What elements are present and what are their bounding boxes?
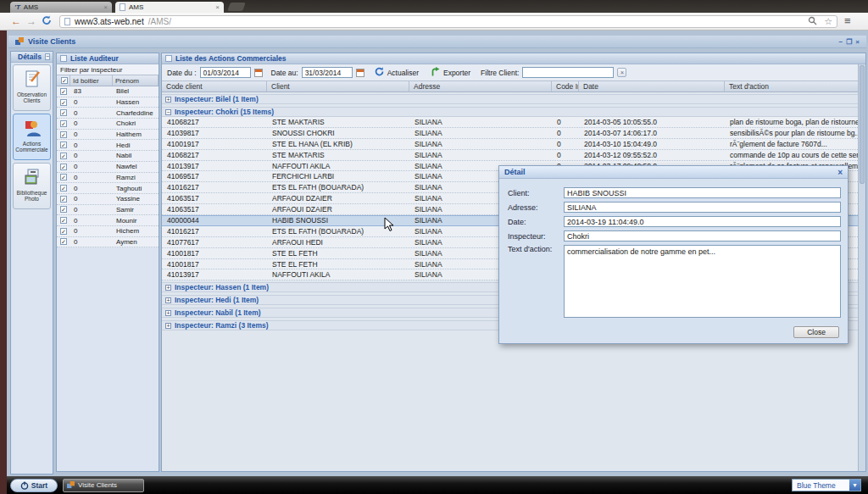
row-checkbox[interactable]: ✓: [57, 174, 70, 180]
auditor-row[interactable]: ✓0Nabil: [57, 151, 159, 162]
minimize-icon[interactable]: −: [838, 38, 843, 46]
refresh-icon[interactable]: [39, 15, 54, 28]
new-tab-button[interactable]: [227, 3, 246, 11]
close-icon[interactable]: ×: [855, 38, 860, 46]
cell-client: STE MAKTARIS: [267, 151, 409, 159]
auditor-row[interactable]: ✓0Chokri: [57, 119, 159, 130]
group-header-row[interactable]: +Inspecteur: Bilel (1 Item): [162, 94, 858, 104]
auditor-row[interactable]: ✓0Hedi: [57, 140, 159, 151]
sidebar-item-observation-clients[interactable]: ObservationClients: [13, 64, 51, 111]
date-to-input[interactable]: [302, 67, 353, 78]
expand-group-icon[interactable]: +: [165, 323, 171, 329]
expand-group-icon[interactable]: +: [165, 310, 171, 316]
browser-menu-icon[interactable]: ≡: [844, 17, 851, 25]
auditor-row[interactable]: ✓0Mounir: [57, 215, 159, 226]
auditor-row[interactable]: ✓0Ramzi: [57, 173, 159, 184]
restore-icon[interactable]: ❐: [846, 38, 852, 46]
cell-client: STE MAKTARIS: [267, 118, 409, 126]
adresse-field[interactable]: [564, 202, 841, 213]
forward-icon[interactable]: →: [24, 15, 39, 27]
row-checkbox[interactable]: ✓: [57, 99, 70, 106]
refresh-action-icon[interactable]: [375, 67, 384, 78]
expand-group-icon[interactable]: +: [165, 297, 171, 303]
refresh-button[interactable]: Actualiser: [387, 69, 419, 77]
table-row[interactable]: 41001917STE EL HANA (EL KRIB)SILIANA0201…: [162, 139, 858, 150]
clear-filter-icon[interactable]: ×: [617, 68, 626, 77]
calendar-icon[interactable]: [254, 69, 263, 77]
column-header[interactable]: Client: [267, 81, 409, 92]
row-checkbox[interactable]: ✓: [57, 217, 70, 224]
auditor-row[interactable]: ✓0Taghouti: [57, 183, 159, 194]
dialog-titlebar[interactable]: Détail ×: [499, 166, 848, 179]
back-icon[interactable]: ←: [8, 15, 24, 27]
filter-client-input[interactable]: [522, 67, 614, 78]
row-checkbox[interactable]: ✓: [57, 185, 70, 191]
calendar-icon[interactable]: [356, 69, 364, 77]
bookmark-star-icon[interactable]: ☆: [824, 17, 832, 25]
row-checkbox[interactable]: ✓: [57, 153, 70, 159]
date-from-input[interactable]: [200, 67, 251, 78]
sidebar-item-bibliotheque-photo[interactable]: BibliothequePhoto: [13, 163, 51, 209]
close-button[interactable]: Close: [793, 326, 839, 338]
row-checkbox[interactable]: ✓: [57, 142, 70, 148]
column-header-name[interactable]: Prénom: [113, 75, 159, 86]
cell-code-in: 0: [552, 129, 579, 137]
actions-panel-header: Liste des Actions Commerciales: [162, 53, 865, 64]
row-checkbox[interactable]: ✓: [57, 238, 70, 245]
vertical-scrollbar[interactable]: [858, 64, 865, 471]
row-checkbox[interactable]: ✓: [57, 109, 70, 116]
url-field[interactable]: www3.ats-web.net /AMS/ ☆: [59, 15, 837, 28]
column-header[interactable]: Code client: [162, 81, 267, 92]
row-checkbox[interactable]: ✓: [57, 196, 70, 203]
auditor-row[interactable]: ✓0Hassen: [57, 97, 159, 108]
tab-close-icon[interactable]: ×: [215, 3, 220, 11]
select-all-checkbox[interactable]: ✓: [57, 75, 70, 86]
auditor-row[interactable]: ✓0Samir: [57, 205, 159, 216]
column-header[interactable]: Text d'action: [725, 81, 865, 92]
row-checkbox[interactable]: ✓: [57, 164, 70, 170]
tab-close-icon[interactable]: ×: [103, 3, 108, 11]
scrollbar-thumb[interactable]: [860, 65, 865, 184]
export-icon[interactable]: [431, 67, 440, 78]
inspecteur-field[interactable]: [564, 230, 841, 241]
text-action-field[interactable]: commercialisation de notre gamme en pet.…: [564, 245, 841, 318]
row-checkbox[interactable]: ✓: [57, 131, 70, 138]
auditor-row[interactable]: ✓0Nawfel: [57, 162, 159, 173]
search-icon[interactable]: [808, 14, 817, 29]
group-label: Inspecteur: Chokri (15 Items): [175, 108, 274, 116]
column-header-id[interactable]: Id boitier: [70, 75, 113, 86]
auditor-row[interactable]: ✓0Aymen: [57, 237, 159, 248]
cell-client: STE EL FETH: [267, 260, 409, 269]
expand-group-icon[interactable]: +: [165, 97, 171, 103]
expand-group-icon[interactable]: +: [165, 285, 171, 291]
table-row[interactable]: 41068217STE MAKTARISSILIANA02014-03-12 0…: [162, 150, 858, 161]
auditor-row[interactable]: ✓0Charfeddine: [57, 108, 159, 119]
column-header[interactable]: Date: [579, 81, 725, 92]
row-checkbox[interactable]: ✓: [57, 88, 70, 95]
table-row[interactable]: 41068217STE MAKTARISSILIANA02014-03-05 1…: [162, 117, 858, 128]
auditor-row[interactable]: ✓0Yassine: [57, 194, 159, 205]
auditor-row[interactable]: ✓0Hichem: [57, 226, 159, 237]
table-row[interactable]: 41039817SNOUSSI CHOKRISILIANA02014-03-07…: [162, 128, 858, 139]
browser-tab-inactive[interactable]: 'T AMS ×: [10, 2, 112, 13]
auditor-row[interactable]: ✓83Bilel: [57, 86, 159, 97]
export-button[interactable]: Exporter: [443, 69, 470, 77]
column-header[interactable]: Adresse: [409, 81, 552, 92]
row-checkbox[interactable]: ✓: [57, 120, 70, 127]
row-checkbox[interactable]: ✓: [57, 206, 70, 213]
theme-selector[interactable]: Blue Theme ▼: [792, 479, 861, 491]
row-checkbox[interactable]: ✓: [57, 228, 70, 235]
collapse-group-icon[interactable]: −: [165, 109, 171, 115]
group-header-row[interactable]: −Inspecteur: Chokri (15 Items): [162, 107, 858, 117]
sidebar-item-actions-commerciale[interactable]: ActionsCommerciale: [13, 114, 51, 160]
start-button[interactable]: Start: [10, 479, 58, 492]
auditor-row[interactable]: ✓0Haithem: [57, 130, 159, 141]
date-field[interactable]: [564, 216, 841, 227]
taskbar-task-visite-clients[interactable]: Visite Clients: [63, 479, 144, 492]
column-header[interactable]: Code In...: [552, 81, 579, 92]
browser-tab-active[interactable]: AMS ×: [115, 2, 224, 13]
chevron-down-icon[interactable]: ▼: [849, 480, 860, 491]
client-field[interactable]: [564, 187, 841, 198]
dialog-close-icon[interactable]: ×: [837, 168, 843, 177]
collapse-icon[interactable]: −: [45, 53, 50, 60]
